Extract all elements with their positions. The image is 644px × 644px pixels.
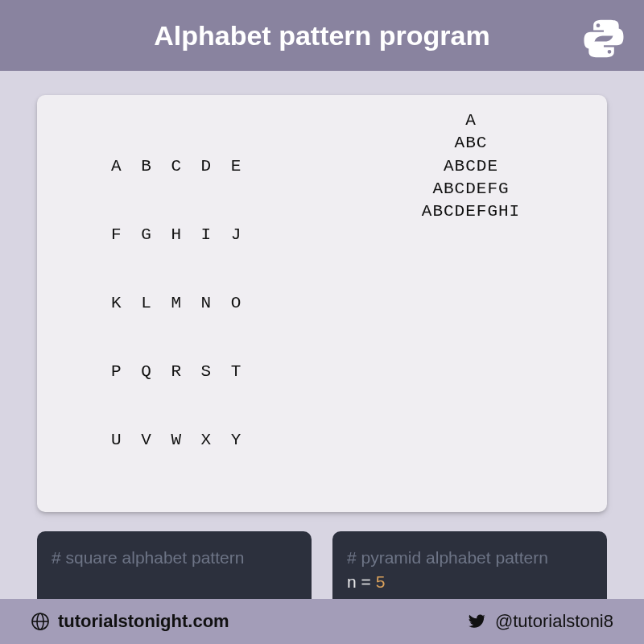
code-comment: # pyramid alphabet pattern	[347, 546, 592, 570]
output-line: U V W X Y	[111, 429, 351, 452]
output-line: ABCDEFG	[351, 178, 591, 200]
output-line: A	[351, 109, 591, 132]
code-comment: # square alphabet pattern	[52, 546, 297, 570]
output-line: F G H I J	[111, 224, 351, 246]
code-line: n = 5	[347, 570, 592, 594]
output-line: A B C D E	[111, 155, 351, 178]
handle-label: @tutorialstoni8	[495, 611, 613, 632]
pyramid-output: A ABC ABCDE ABCDEFG ABCDEFGHI	[351, 109, 591, 497]
globe-icon	[31, 612, 50, 631]
output-line: ABCDE	[351, 155, 591, 178]
twitter-icon	[466, 611, 487, 632]
output-line: P Q R S T	[111, 361, 351, 383]
page-header: Alphabet pattern program	[0, 0, 644, 71]
python-icon	[581, 16, 626, 61]
output-panel: A B C D E F G H I J K L M N O P Q R S T …	[37, 95, 607, 512]
page-footer: tutorialstonight.com @tutorialstoni8	[0, 599, 644, 644]
output-line: K L M N O	[111, 292, 351, 315]
page-title: Alphabet pattern program	[154, 20, 489, 52]
footer-site: tutorialstonight.com	[31, 611, 229, 632]
site-label: tutorialstonight.com	[58, 611, 229, 632]
output-line: ABC	[351, 132, 591, 155]
square-output: A B C D E F G H I J K L M N O P Q R S T …	[53, 109, 351, 497]
output-line: ABCDEFGHI	[351, 200, 591, 223]
footer-handle: @tutorialstoni8	[466, 611, 613, 632]
